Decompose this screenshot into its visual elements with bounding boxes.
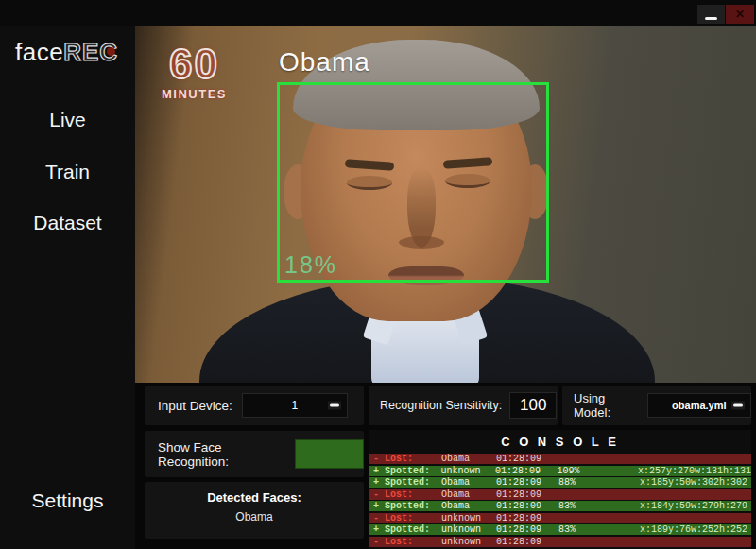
record-dot-icon [107,47,115,56]
face-rec-app-window: ✕ faceREC LiveTrainDataset Settings 60 M… [0,0,756,549]
console-panel: C O N S O L E - Lost:Obama01:28:09+ Spot… [369,430,751,549]
sidebar: faceREC LiveTrainDataset Settings [0,0,135,549]
console-row: + Spotted:unknown01:28:0983%x:189y:76w:2… [369,524,751,535]
confidence-label: 18% [284,251,337,279]
sidebar-item-settings[interactable]: Settings [0,489,135,512]
input-device-panel: Input Device: 1 [145,386,364,425]
close-button[interactable]: ✕ [726,5,754,24]
minimize-icon [705,17,717,20]
input-device-label: Input Device: [158,399,232,413]
show-face-recognition-toggle[interactable] [295,439,364,469]
console-row: - Lost:unknown01:28:09 [369,537,751,547]
console-row: + Spotted:unknown01:28:09109%x:257y:270w… [369,466,751,476]
app-logo: faceREC [15,38,118,67]
dropdown-dash-icon[interactable] [731,402,745,410]
dropdown-dash-icon[interactable] [328,402,341,410]
sidebar-item-train[interactable]: Train [0,161,135,183]
console-row: - Lost:Obama01:28:09 [369,489,751,500]
sixty-minutes-number: 60 [162,43,227,85]
title-bar: ✕ [0,0,756,26]
console-log: - Lost:Obama01:28:09+ Spotted:unknown01:… [369,454,751,547]
detected-face-name: Obama [145,510,364,523]
sixty-minutes-text: MINUTES [162,87,227,101]
face-bounding-box: 18% [277,82,549,283]
sidebar-item-live[interactable]: Live [0,109,135,131]
input-device-dropdown[interactable]: 1 [242,393,348,418]
recognition-sensitivity-panel: Recognition Sensitivity: 100 [369,386,558,425]
detected-faces-header: Detected Faces: [145,490,364,505]
recognition-sensitivity-field[interactable]: 100 [509,392,557,419]
show-face-recognition-panel: Show Face Recognition: [145,431,364,477]
console-row: - Lost:unknown01:28:09 [369,513,751,523]
recognition-sensitivity-value: 100 [520,396,546,415]
recognized-name-label: Obama [279,47,370,77]
model-value: obama.yml [672,400,726,411]
logo-text-face: face [15,38,63,66]
show-face-recognition-label: Show Face Recognition: [158,440,287,469]
input-device-value: 1 [291,399,298,412]
console-title: C O N S O L E [369,430,751,449]
using-model-label: Using Model: [574,391,640,420]
console-row: - Lost:Obama01:28:09 [369,454,751,464]
sidebar-item-dataset[interactable]: Dataset [0,212,135,234]
sixty-minutes-watermark: 60 MINUTES [162,43,227,101]
detected-faces-panel: Detected Faces: Obama [145,482,364,539]
recognition-sensitivity-label: Recognition Sensitivity: [380,399,502,412]
live-video-feed: 60 MINUTES Obama 18% [135,26,756,383]
minimize-button[interactable] [697,5,725,24]
console-row: + Spotted:Obama01:28:0988%x:185y:50w:302… [369,477,751,488]
model-dropdown[interactable]: obama.yml [647,393,751,418]
console-row: + Spotted:Obama01:28:0983%x:184y:59w:279… [369,501,751,511]
using-model-panel: Using Model: obama.yml [562,386,751,425]
